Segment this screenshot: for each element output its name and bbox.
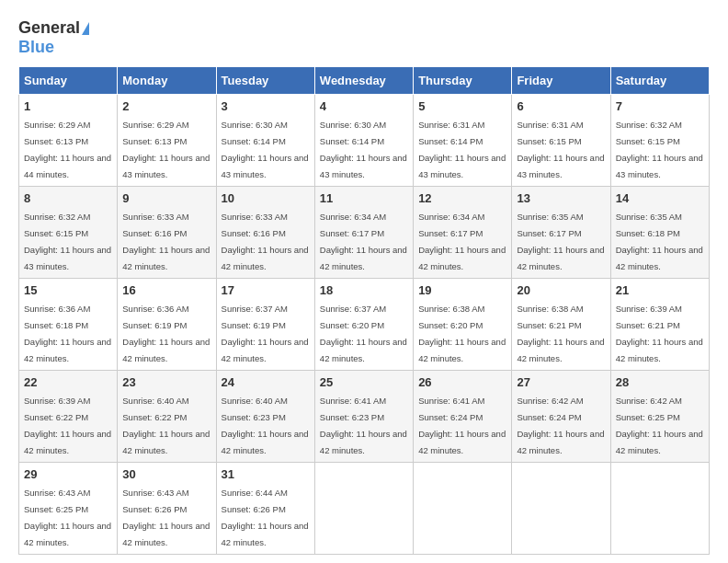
- day-info: Sunrise: 6:35 AMSunset: 6:17 PMDaylight:…: [517, 212, 604, 271]
- day-info: Sunrise: 6:41 AMSunset: 6:23 PMDaylight:…: [320, 396, 407, 455]
- day-info: Sunrise: 6:32 AMSunset: 6:15 PMDaylight:…: [24, 212, 111, 271]
- calendar-cell: 3Sunrise: 6:30 AMSunset: 6:14 PMDaylight…: [216, 95, 314, 187]
- calendar-cell: 29Sunrise: 6:43 AMSunset: 6:25 PMDayligh…: [19, 463, 118, 555]
- day-number: 30: [122, 467, 210, 481]
- day-info: Sunrise: 6:35 AMSunset: 6:18 PMDaylight:…: [616, 212, 703, 271]
- day-info: Sunrise: 6:34 AMSunset: 6:17 PMDaylight:…: [418, 212, 506, 271]
- day-number: 31: [222, 467, 310, 481]
- logo-general-text: General: [18, 18, 80, 38]
- logo-blue-text: Blue: [18, 38, 54, 57]
- calendar-cell: 21Sunrise: 6:39 AMSunset: 6:21 PMDayligh…: [610, 279, 709, 371]
- day-info: Sunrise: 6:43 AMSunset: 6:25 PMDaylight:…: [24, 488, 111, 547]
- day-number: 26: [418, 375, 506, 389]
- day-info: Sunrise: 6:37 AMSunset: 6:19 PMDaylight:…: [222, 304, 309, 363]
- day-number: 28: [616, 375, 704, 389]
- day-info: Sunrise: 6:29 AMSunset: 6:13 PMDaylight:…: [122, 120, 210, 179]
- calendar-cell: 14Sunrise: 6:35 AMSunset: 6:18 PMDayligh…: [610, 187, 709, 279]
- day-header: Wednesday: [314, 67, 413, 95]
- header: General Blue: [18, 18, 710, 57]
- day-info: Sunrise: 6:30 AMSunset: 6:14 PMDaylight:…: [320, 120, 407, 179]
- day-header: Monday: [118, 67, 216, 95]
- calendar-cell: 20Sunrise: 6:38 AMSunset: 6:21 PMDayligh…: [512, 279, 610, 371]
- calendar-cell: 18Sunrise: 6:37 AMSunset: 6:20 PMDayligh…: [314, 279, 413, 371]
- day-number: 27: [517, 375, 605, 389]
- day-number: 2: [122, 99, 210, 113]
- day-header: Sunday: [19, 67, 118, 95]
- day-info: Sunrise: 6:36 AMSunset: 6:18 PMDaylight:…: [24, 304, 111, 363]
- day-info: Sunrise: 6:33 AMSunset: 6:16 PMDaylight:…: [222, 212, 309, 271]
- day-header: Saturday: [610, 67, 709, 95]
- calendar-cell: 2Sunrise: 6:29 AMSunset: 6:13 PMDaylight…: [118, 95, 216, 187]
- calendar-cell: 5Sunrise: 6:31 AMSunset: 6:14 PMDaylight…: [414, 95, 512, 187]
- calendar-cell: 11Sunrise: 6:34 AMSunset: 6:17 PMDayligh…: [314, 187, 413, 279]
- day-number: 25: [320, 375, 408, 389]
- calendar-cell: 8Sunrise: 6:32 AMSunset: 6:15 PMDaylight…: [19, 187, 118, 279]
- day-number: 13: [517, 191, 605, 205]
- calendar-cell: 10Sunrise: 6:33 AMSunset: 6:16 PMDayligh…: [216, 187, 314, 279]
- day-number: 5: [418, 99, 506, 113]
- day-number: 4: [320, 99, 408, 113]
- day-info: Sunrise: 6:42 AMSunset: 6:25 PMDaylight:…: [616, 396, 703, 455]
- calendar-cell: [414, 463, 512, 555]
- logo: General Blue: [18, 18, 89, 57]
- calendar: SundayMondayTuesdayWednesdayThursdayFrid…: [18, 66, 710, 555]
- day-info: Sunrise: 6:41 AMSunset: 6:24 PMDaylight:…: [418, 396, 506, 455]
- calendar-cell: 13Sunrise: 6:35 AMSunset: 6:17 PMDayligh…: [512, 187, 610, 279]
- day-number: 24: [222, 375, 310, 389]
- calendar-cell: 16Sunrise: 6:36 AMSunset: 6:19 PMDayligh…: [118, 279, 216, 371]
- calendar-cell: 24Sunrise: 6:40 AMSunset: 6:23 PMDayligh…: [216, 371, 314, 463]
- day-number: 10: [222, 191, 310, 205]
- day-info: Sunrise: 6:31 AMSunset: 6:15 PMDaylight:…: [517, 120, 604, 179]
- day-info: Sunrise: 6:36 AMSunset: 6:19 PMDaylight:…: [122, 304, 210, 363]
- day-info: Sunrise: 6:29 AMSunset: 6:13 PMDaylight:…: [24, 120, 111, 179]
- calendar-cell: 6Sunrise: 6:31 AMSunset: 6:15 PMDaylight…: [512, 95, 610, 187]
- calendar-cell: 1Sunrise: 6:29 AMSunset: 6:13 PMDaylight…: [19, 95, 118, 187]
- calendar-cell: 30Sunrise: 6:43 AMSunset: 6:26 PMDayligh…: [118, 463, 216, 555]
- day-info: Sunrise: 6:40 AMSunset: 6:23 PMDaylight:…: [222, 396, 309, 455]
- day-info: Sunrise: 6:38 AMSunset: 6:21 PMDaylight:…: [517, 304, 604, 363]
- calendar-cell: 9Sunrise: 6:33 AMSunset: 6:16 PMDaylight…: [118, 187, 216, 279]
- calendar-cell: [610, 463, 709, 555]
- day-info: Sunrise: 6:31 AMSunset: 6:14 PMDaylight:…: [418, 120, 506, 179]
- calendar-cell: 25Sunrise: 6:41 AMSunset: 6:23 PMDayligh…: [314, 371, 413, 463]
- calendar-cell: 4Sunrise: 6:30 AMSunset: 6:14 PMDaylight…: [314, 95, 413, 187]
- calendar-cell: 19Sunrise: 6:38 AMSunset: 6:20 PMDayligh…: [414, 279, 512, 371]
- day-info: Sunrise: 6:43 AMSunset: 6:26 PMDaylight:…: [122, 488, 210, 547]
- day-header: Friday: [512, 67, 610, 95]
- day-info: Sunrise: 6:32 AMSunset: 6:15 PMDaylight:…: [616, 120, 703, 179]
- day-number: 22: [24, 375, 112, 389]
- day-number: 14: [616, 191, 704, 205]
- day-number: 29: [24, 467, 112, 481]
- day-number: 6: [517, 99, 605, 113]
- calendar-cell: 27Sunrise: 6:42 AMSunset: 6:24 PMDayligh…: [512, 371, 610, 463]
- day-number: 9: [122, 191, 210, 205]
- calendar-cell: 12Sunrise: 6:34 AMSunset: 6:17 PMDayligh…: [414, 187, 512, 279]
- calendar-cell: [512, 463, 610, 555]
- day-number: 18: [320, 283, 408, 297]
- day-header: Thursday: [414, 67, 512, 95]
- day-info: Sunrise: 6:38 AMSunset: 6:20 PMDaylight:…: [418, 304, 506, 363]
- day-info: Sunrise: 6:40 AMSunset: 6:22 PMDaylight:…: [122, 396, 210, 455]
- day-number: 3: [222, 99, 310, 113]
- day-info: Sunrise: 6:33 AMSunset: 6:16 PMDaylight:…: [122, 212, 210, 271]
- day-info: Sunrise: 6:39 AMSunset: 6:21 PMDaylight:…: [616, 304, 703, 363]
- day-number: 12: [418, 191, 506, 205]
- calendar-cell: 28Sunrise: 6:42 AMSunset: 6:25 PMDayligh…: [610, 371, 709, 463]
- day-number: 19: [418, 283, 506, 297]
- day-number: 1: [24, 99, 112, 113]
- day-info: Sunrise: 6:34 AMSunset: 6:17 PMDaylight:…: [320, 212, 407, 271]
- day-number: 7: [616, 99, 704, 113]
- calendar-cell: 17Sunrise: 6:37 AMSunset: 6:19 PMDayligh…: [216, 279, 314, 371]
- logo-icon: [82, 22, 89, 35]
- calendar-cell: 31Sunrise: 6:44 AMSunset: 6:26 PMDayligh…: [216, 463, 314, 555]
- calendar-cell: 15Sunrise: 6:36 AMSunset: 6:18 PMDayligh…: [19, 279, 118, 371]
- day-number: 8: [24, 191, 112, 205]
- day-number: 20: [517, 283, 605, 297]
- day-number: 16: [122, 283, 210, 297]
- calendar-cell: 22Sunrise: 6:39 AMSunset: 6:22 PMDayligh…: [19, 371, 118, 463]
- day-header: Tuesday: [216, 67, 314, 95]
- day-info: Sunrise: 6:37 AMSunset: 6:20 PMDaylight:…: [320, 304, 407, 363]
- day-number: 15: [24, 283, 112, 297]
- day-info: Sunrise: 6:42 AMSunset: 6:24 PMDaylight:…: [517, 396, 604, 455]
- day-number: 23: [122, 375, 210, 389]
